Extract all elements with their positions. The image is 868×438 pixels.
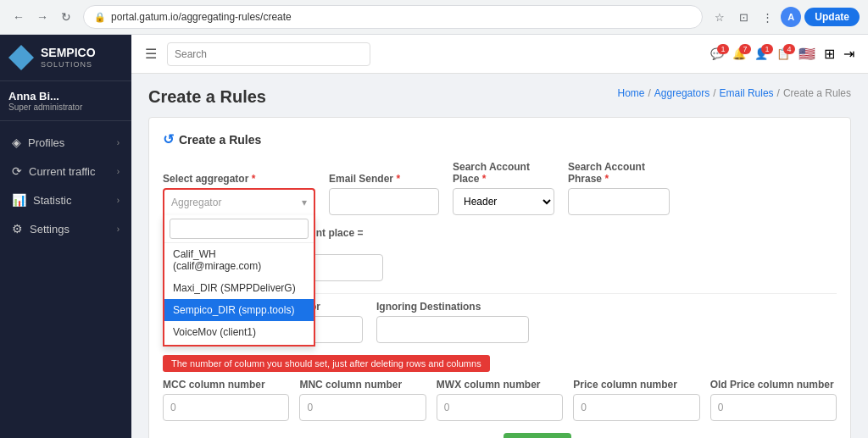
logo-sub: SOLUTIONS xyxy=(41,60,96,69)
email-sender-group: Email Sender * xyxy=(329,173,439,215)
old-price-column-label: Old Price column number xyxy=(710,379,837,391)
create-button[interactable]: Create xyxy=(504,433,571,438)
search-account-place-group: Search Account Place * Header xyxy=(453,161,554,215)
search-input[interactable] xyxy=(167,42,370,66)
logout-icon[interactable]: ⇥ xyxy=(843,46,854,62)
form-card-header: ↺ Create a Rules xyxy=(163,131,837,147)
sidebar-item-settings[interactable]: ⚙ Settings › xyxy=(0,214,131,243)
users-badge: 1 xyxy=(761,44,773,54)
statistic-arrow: › xyxy=(117,196,120,205)
users-icon-badge[interactable]: 👤 1 xyxy=(754,47,768,60)
sidebar: SEMPICO SOLUTIONS Anna Bi... Super admin… xyxy=(0,35,131,438)
sidebar-item-statistic[interactable]: 📊 Statistic › xyxy=(0,186,131,214)
settings-icon: ⚙ xyxy=(12,222,23,236)
lock-icon: 🔒 xyxy=(94,12,106,23)
extensions-icon[interactable]: ⊡ xyxy=(733,7,754,27)
traffic-arrow: › xyxy=(117,167,120,176)
mcc-column-group: MCC column number xyxy=(163,379,289,421)
column-number-row: MCC column number MNC column number MWX … xyxy=(163,379,837,421)
ignoring-destinations-group: Ignoring Destinations xyxy=(376,301,529,343)
ignoring-destinations-input[interactable] xyxy=(376,316,529,343)
search-account-place-select[interactable]: Header xyxy=(453,188,554,215)
mwx-column-label: MWX column number xyxy=(437,379,563,391)
sidebar-label-statistic: Statistic xyxy=(33,194,72,207)
address-bar[interactable]: 🔒 portal.gatum.io/aggregating-rules/crea… xyxy=(83,5,703,29)
messages-icon-badge[interactable]: 💬 1 xyxy=(710,47,724,60)
profiles-arrow: › xyxy=(117,138,120,147)
price-column-group: Price column number xyxy=(573,379,699,421)
update-button[interactable]: Update xyxy=(804,8,860,26)
topbar-icons: 💬 1 🔔 7 👤 1 📋 4 🇺🇸 ⊞ ⇥ xyxy=(710,46,854,62)
browser-nav-buttons: ← → ↻ xyxy=(8,7,76,27)
menu-icon[interactable]: ☰ xyxy=(145,46,157,62)
traffic-icon: ⟳ xyxy=(12,164,22,178)
aggregator-dropdown-arrow: ▾ xyxy=(302,197,307,208)
search-account-phrase-input[interactable] xyxy=(568,188,670,215)
dropdown-list: Calif_WH (calif@mirage.com) Maxi_DIR (SM… xyxy=(164,243,314,345)
sidebar-item-profiles[interactable]: ◈ Profiles › xyxy=(0,128,131,157)
breadcrumb-home[interactable]: Home xyxy=(618,87,645,99)
aggregator-dropdown-container: Aggregator ▾ Calif_WH (calif@mirage.com) xyxy=(163,188,315,215)
settings-arrow: › xyxy=(117,225,120,234)
dropdown-search-row xyxy=(164,215,314,243)
price-column-input[interactable] xyxy=(573,394,699,421)
user-role: Super administrator xyxy=(8,103,123,112)
forward-button[interactable]: → xyxy=(32,7,53,27)
breadcrumb-aggregators[interactable]: Aggregators xyxy=(654,87,709,99)
search-account-place-label: Search Account Place * xyxy=(453,161,554,185)
email-sender-input[interactable] xyxy=(329,188,439,215)
form-card-icon: ↺ xyxy=(163,131,174,147)
app-container: SEMPICO SOLUTIONS Anna Bi... Super admin… xyxy=(0,35,868,438)
alerts-icon-badge[interactable]: 🔔 7 xyxy=(732,47,746,60)
select-aggregator-label: Select aggregator * xyxy=(163,173,315,185)
dropdown-item-0[interactable]: Calif_WH (calif@mirage.com) xyxy=(164,243,314,277)
page-header: Create a Rules Home / Aggregators / Emai… xyxy=(148,87,851,107)
mcc-column-label: MCC column number xyxy=(163,379,289,391)
old-price-column-input[interactable] xyxy=(710,394,837,421)
breadcrumb-email-rules[interactable]: Email Rules xyxy=(720,87,774,99)
logo-text: SEMPICO xyxy=(41,47,96,59)
content-area: Create a Rules Home / Aggregators / Emai… xyxy=(131,74,868,438)
breadcrumb-current: Create a Rules xyxy=(783,87,851,99)
more-options-icon[interactable]: ⋮ xyxy=(757,7,777,27)
mwx-column-group: MWX column number xyxy=(437,379,563,421)
sidebar-item-current-traffic[interactable]: ⟳ Current traffic › xyxy=(0,157,131,186)
back-button[interactable]: ← xyxy=(8,7,29,27)
user-info: Anna Bi... Super administrator xyxy=(0,81,131,121)
aggregator-placeholder: Aggregator xyxy=(171,197,221,208)
aggregator-dropdown: Calif_WH (calif@mirage.com) Maxi_DIR (SM… xyxy=(163,215,315,347)
form-card: ↺ Create a Rules Select aggregator * xyxy=(148,117,851,438)
ignoring-destinations-label: Ignoring Destinations xyxy=(376,301,529,313)
logo-icon xyxy=(8,45,34,70)
mnc-column-input[interactable] xyxy=(299,394,426,421)
dropdown-search-input[interactable] xyxy=(170,219,309,239)
grid-view-icon[interactable]: ⊞ xyxy=(824,46,835,62)
bookmark-icon[interactable]: ☆ xyxy=(709,7,730,27)
search-account-phrase-label: Search Account Phrase * xyxy=(568,161,670,185)
sidebar-label-profiles: Profiles xyxy=(28,136,64,149)
topbar: ☰ 💬 1 🔔 7 👤 1 📋 4 🇺🇸 xyxy=(131,35,868,74)
mnc-column-group: MNC column number xyxy=(299,379,426,421)
notifications-badge: 4 xyxy=(783,44,795,54)
language-flag[interactable]: 🇺🇸 xyxy=(798,46,815,62)
dropdown-item-1[interactable]: Maxi_DIR (SMPPDeliverG) xyxy=(164,277,314,299)
url-text: portal.gatum.io/aggregating-rules/create xyxy=(111,11,292,23)
sidebar-label-traffic: Current traffic xyxy=(29,165,96,178)
browser-profile[interactable]: A xyxy=(781,7,801,27)
select-aggregator-group: Select aggregator * Aggregator ▾ xyxy=(163,173,315,215)
form-card-title: Create a Rules xyxy=(179,133,261,147)
mcc-column-input[interactable] xyxy=(163,394,289,421)
dropdown-item-4[interactable]: Voicer (admin) xyxy=(164,343,314,345)
dropdown-item-3[interactable]: VoiceMov (client1) xyxy=(164,321,314,343)
checkbox-row: Deleting Not Exist Destinations Ignore M… xyxy=(163,433,837,438)
mwx-column-input[interactable] xyxy=(437,394,563,421)
refresh-button[interactable]: ↻ xyxy=(56,7,76,27)
dropdown-item-2[interactable]: Sempico_DIR (smpp.tools) xyxy=(164,299,314,321)
breadcrumb: Home / Aggregators / Email Rules / Creat… xyxy=(618,87,852,99)
form-row-1: Select aggregator * Aggregator ▾ xyxy=(163,161,837,215)
notifications-icon-badge[interactable]: 📋 4 xyxy=(776,47,790,60)
email-sender-label: Email Sender * xyxy=(329,173,439,185)
browser-chrome: ← → ↻ 🔒 portal.gatum.io/aggregating-rule… xyxy=(0,0,868,35)
alerts-badge: 7 xyxy=(739,44,751,54)
aggregator-select-display[interactable]: Aggregator ▾ xyxy=(163,188,315,215)
